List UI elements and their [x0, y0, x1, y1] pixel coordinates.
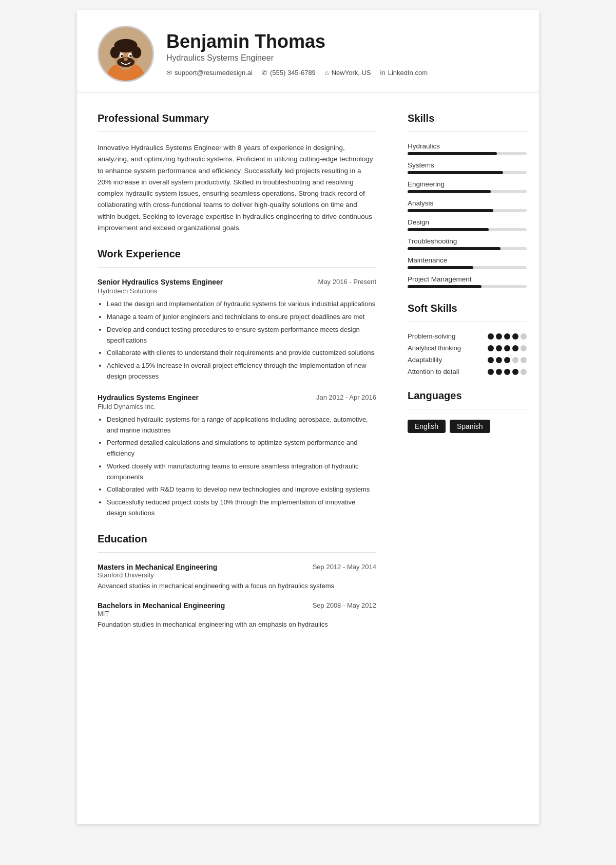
job-2-company: Fluid Dynamics Inc. — [98, 403, 376, 410]
skill-bar-fill-5 — [408, 247, 500, 250]
skill-bar-fill-3 — [408, 209, 493, 212]
skill-bar-fill-7 — [408, 285, 482, 288]
soft-skills-divider — [408, 322, 527, 322]
right-column: Skills Hydraulics Systems Engineering An… — [395, 93, 539, 660]
job-2-title: Hydraulics Systems Engineer — [98, 393, 199, 402]
skill-name-6: Maintenance — [408, 256, 527, 264]
dot-2 — [504, 345, 510, 351]
job-2-bullet-1: Designed hydraulic systems for a range o… — [107, 415, 376, 436]
dots-container — [488, 357, 527, 363]
skills-title: Skills — [408, 112, 527, 124]
skill-name-3: Analysis — [408, 199, 527, 207]
work-experience-divider — [98, 267, 376, 268]
edu-2-degree: Bachelors in Mechanical Engineering — [98, 601, 225, 610]
languages-section: Languages EnglishSpanish — [408, 390, 527, 433]
edu-1-degree: Masters in Mechanical Engineering — [98, 563, 217, 571]
email-text: support@resumedesign.ai — [175, 69, 253, 77]
dot-4 — [521, 333, 527, 340]
dot-0 — [488, 333, 494, 340]
skills-divider — [408, 131, 527, 132]
phone-text: (555) 345-6789 — [270, 69, 316, 77]
job-2-header: Hydraulics Systems Engineer Jan 2012 - A… — [98, 393, 376, 402]
linkedin-text: LinkedIn.com — [388, 69, 428, 77]
job-1-bullet-2: Manage a team of junior engineers and te… — [107, 312, 376, 323]
job-2-dates: Jan 2012 - Apr 2016 — [316, 393, 376, 401]
dot-3 — [512, 369, 518, 375]
soft-skill-name-3: Attention to detail — [408, 368, 488, 375]
svg-point-10 — [121, 54, 123, 57]
job-2-bullet-2: Performed detailed calculations and simu… — [107, 438, 376, 459]
soft-skills-section: Soft Skills Problem-solvingAnalytical th… — [408, 303, 527, 375]
soft-skill-item-0: Problem-solving — [408, 332, 527, 340]
contact-location: ⌂ NewYork, US — [325, 69, 371, 77]
job-2: Hydraulics Systems Engineer Jan 2012 - A… — [98, 393, 376, 519]
candidate-title: Hydraulics Systems Engineer — [166, 53, 518, 63]
skill-name-1: Systems — [408, 161, 527, 169]
job-2-bullets: Designed hydraulic systems for a range o… — [98, 415, 376, 519]
education-section: Education Masters in Mechanical Engineer… — [98, 533, 376, 630]
job-1-header: Senior Hydraulics Systems Engineer May 2… — [98, 278, 376, 286]
skill-bar-bg-2 — [408, 190, 527, 193]
lang-badge-0: English — [408, 420, 446, 433]
dot-0 — [488, 357, 494, 363]
edu-1-dates: Sep 2012 - May 2014 — [313, 563, 376, 571]
linkedin-icon: in — [380, 69, 386, 77]
dot-3 — [512, 345, 518, 351]
skills-section: Skills Hydraulics Systems Engineering An… — [408, 112, 527, 288]
soft-skill-name-1: Analytical thinking — [408, 344, 488, 352]
job-1-company: Hydrotech Solutions — [98, 287, 376, 295]
skill-item-3: Analysis — [408, 199, 527, 212]
skill-name-7: Project Management — [408, 275, 527, 283]
skill-bar-fill-1 — [408, 171, 503, 174]
job-2-bullet-5: Successfully reduced project costs by 10… — [107, 497, 376, 519]
skill-bar-bg-7 — [408, 285, 527, 288]
edu-2-dates: Sep 2008 - May 2012 — [313, 601, 376, 609]
contact-email: ✉ support@resumedesign.ai — [166, 69, 253, 77]
work-experience-section: Work Experience Senior Hydraulics System… — [98, 248, 376, 519]
skill-bar-bg-1 — [408, 171, 527, 174]
soft-skill-name-0: Problem-solving — [408, 332, 488, 340]
svg-point-6 — [131, 47, 141, 59]
header-info: Benjamin Thomas Hydraulics Systems Engin… — [166, 31, 518, 77]
dot-1 — [496, 357, 502, 363]
skill-bar-bg-5 — [408, 247, 527, 250]
soft-skill-item-1: Analytical thinking — [408, 344, 527, 352]
skill-bar-bg-4 — [408, 228, 527, 231]
soft-skills-title: Soft Skills — [408, 303, 527, 314]
job-1-dates: May 2016 - Present — [318, 278, 376, 286]
summary-title: Professional Summary — [98, 112, 376, 124]
dots-container — [488, 345, 527, 351]
header-contacts: ✉ support@resumedesign.ai ✆ (555) 345-67… — [166, 69, 518, 77]
skill-item-4: Design — [408, 218, 527, 231]
language-badges: EnglishSpanish — [408, 420, 527, 433]
location-text: NewYork, US — [332, 69, 371, 77]
edu-2-header: Bachelors in Mechanical Engineering Sep … — [98, 601, 376, 610]
skill-bar-fill-2 — [408, 190, 491, 193]
dots-container — [488, 369, 527, 375]
job-1-title: Senior Hydraulics Systems Engineer — [98, 278, 223, 286]
skill-name-2: Engineering — [408, 180, 527, 188]
skill-item-7: Project Management — [408, 275, 527, 288]
candidate-name: Benjamin Thomas — [166, 31, 518, 52]
svg-point-5 — [110, 47, 120, 59]
email-icon: ✉ — [166, 69, 172, 77]
soft-skill-item-2: Adaptability — [408, 356, 527, 364]
resume-body: Professional Summary Innovative Hydrauli… — [77, 93, 539, 660]
dot-0 — [488, 345, 494, 351]
edu-1: Masters in Mechanical Engineering Sep 20… — [98, 563, 376, 591]
edu-1-header: Masters in Mechanical Engineering Sep 20… — [98, 563, 376, 571]
edu-1-desc: Advanced studies in mechanical engineeri… — [98, 581, 376, 591]
dot-1 — [496, 333, 502, 340]
dot-4 — [521, 357, 527, 363]
edu-2-desc: Foundation studies in mechanical enginee… — [98, 619, 376, 630]
svg-point-11 — [129, 54, 132, 57]
job-1-bullet-3: Develop and conduct testing procedures t… — [107, 325, 376, 346]
skill-bar-bg-3 — [408, 209, 527, 212]
edu-1-school: Stanford University — [98, 571, 376, 579]
dot-2 — [504, 369, 510, 375]
skill-bar-bg-0 — [408, 152, 527, 155]
summary-section: Professional Summary Innovative Hydrauli… — [98, 112, 376, 234]
summary-text: Innovative Hydraulics Systems Engineer w… — [98, 142, 376, 234]
location-icon: ⌂ — [325, 69, 329, 77]
education-title: Education — [98, 533, 376, 545]
